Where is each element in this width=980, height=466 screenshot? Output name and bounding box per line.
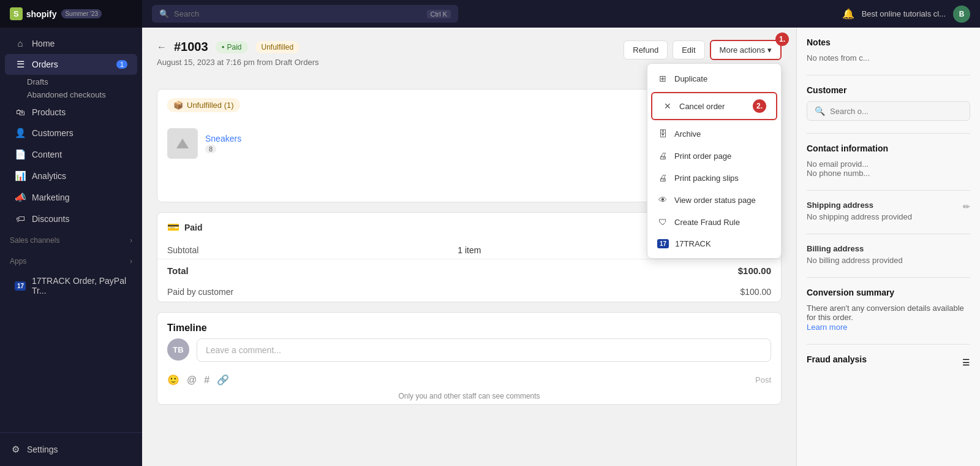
sidebar-label-products: Products xyxy=(32,107,66,117)
archive-label: Archive xyxy=(674,129,701,139)
archive-icon: 🗄 xyxy=(657,129,668,139)
comment-box[interactable]: Leave a comment... xyxy=(197,338,771,362)
customer-search[interactable]: 🔍 xyxy=(807,101,970,121)
paid-badge: Paid xyxy=(216,41,248,53)
dropdown-fraud-rule[interactable]: 🛡 Create Fraud Rule xyxy=(647,211,781,233)
discounts-icon: 🏷 xyxy=(15,213,26,224)
comment-placeholder: Leave a comment... xyxy=(206,345,281,355)
unfulfilled-badge: Unfulfilled xyxy=(255,41,300,53)
paid-amount: $100.00 xyxy=(740,287,771,297)
notes-value: No notes from c... xyxy=(807,53,970,63)
comment-toolbar: 🙂 @ # 🔗 Post xyxy=(157,369,781,388)
notification-bell-icon[interactable]: 🔔 xyxy=(842,8,854,20)
learn-more-link[interactable]: Learn more xyxy=(807,323,847,332)
dropdown-cancel[interactable]: ✕ Cancel order 2. xyxy=(652,93,776,119)
box-icon: 📦 xyxy=(173,101,183,110)
customer-section: Customer 🔍 xyxy=(807,85,970,121)
timeline-note: Only you and other staff can see comment… xyxy=(157,388,781,404)
conversion-text: There aren't any conversion details avai… xyxy=(807,304,970,322)
conversion-title: Conversion summary xyxy=(807,288,970,297)
shopify-logo: S shopify xyxy=(10,7,56,20)
products-icon: 🛍 xyxy=(15,107,26,117)
customer-title: Customer xyxy=(807,85,970,95)
timeline-card: Timeline TB Leave a comment... 🙂 @ # 🔗 P… xyxy=(157,312,782,405)
sidebar-label-discounts: Discounts xyxy=(32,214,69,224)
sidebar-label-analytics: Analytics xyxy=(32,171,66,181)
sidebar-footer: ⚙ Settings xyxy=(0,432,142,466)
product-variant: 8 xyxy=(205,145,216,153)
sidebar-item-customers[interactable]: 👤 Customers xyxy=(5,123,137,143)
sidebar-nav: ⌂ Home ☰ Orders 1 Drafts Abandoned check… xyxy=(0,28,142,432)
sidebar-item-abandoned[interactable]: Abandoned checkouts xyxy=(0,88,142,101)
link-icon[interactable]: 🔗 xyxy=(217,374,229,386)
dropdown-print-order[interactable]: 🖨 Print order page xyxy=(647,145,781,167)
sidebar-label-marketing: Marketing xyxy=(32,193,69,202)
comment-area: TB Leave a comment... xyxy=(157,338,781,369)
sales-channels-section: Sales channels › xyxy=(0,231,142,250)
more-actions-wrapper: More actions ▾ 1. ⊞ Duplicate xyxy=(710,40,782,60)
sidebar-label-orders: Orders xyxy=(32,59,58,69)
customer-search-icon: 🔍 xyxy=(815,106,825,116)
back-button[interactable]: ← xyxy=(157,42,167,53)
edit-button[interactable]: Edit xyxy=(673,40,704,59)
product-name[interactable]: Sneakers xyxy=(205,134,673,143)
sidebar-item-products[interactable]: 🛍 Products xyxy=(5,102,137,122)
sidebar-item-home[interactable]: ⌂ Home xyxy=(5,33,137,53)
total-amount: $100.00 xyxy=(738,265,771,276)
fraud-header: Fraud analysis ☰ xyxy=(807,354,970,370)
main-container: 🔍 Ctrl K 🔔 Best online tutorials cl... B… xyxy=(142,0,980,466)
step1-badge: 1. xyxy=(775,32,789,46)
home-icon: ⌂ xyxy=(15,38,26,48)
billing-value: No billing address provided xyxy=(807,256,970,265)
store-name: Best online tutorials cl... xyxy=(862,9,946,18)
notes-section: Notes No notes from c... xyxy=(807,37,970,63)
sidebar: S shopify Summer '23 ⌂ Home ☰ Orders 1 D… xyxy=(0,0,142,466)
sidebar-item-17track[interactable]: 17 17TRACK Order, PayPal Tr... xyxy=(5,271,137,300)
fraud-icon: 🛡 xyxy=(657,217,668,227)
dropdown-view-status[interactable]: 👁 View order status page xyxy=(647,189,781,211)
sidebar-item-content[interactable]: 📄 Content xyxy=(5,144,137,165)
contact-email: No email provid... xyxy=(807,159,970,169)
search-icon: 🔍 xyxy=(159,9,169,18)
fulfillment-badge: 📦 Unfulfilled (1) xyxy=(167,98,240,112)
view-status-icon: 👁 xyxy=(657,195,668,205)
shipping-edit-icon[interactable]: ✏ xyxy=(963,202,970,212)
search-bar[interactable]: 🔍 Ctrl K xyxy=(152,5,458,23)
view-status-label: View order status page xyxy=(674,196,756,205)
dropdown-archive[interactable]: 🗄 Archive xyxy=(647,123,781,145)
account-menu-icon[interactable]: B xyxy=(953,6,970,23)
refund-button[interactable]: Refund xyxy=(624,40,668,59)
print-icon: 🖨 xyxy=(657,151,668,161)
print-order-label: Print order page xyxy=(674,151,731,161)
main-content: ← #1003 Paid Unfulfilled August 15, 2023… xyxy=(142,28,796,466)
dropdown-duplicate[interactable]: ⊞ Duplicate xyxy=(647,67,781,90)
search-input[interactable] xyxy=(174,9,422,18)
sidebar-item-discounts[interactable]: 🏷 Discounts xyxy=(5,208,137,229)
tag-icon[interactable]: # xyxy=(204,375,209,386)
sidebar-item-analytics[interactable]: 📊 Analytics xyxy=(5,166,137,186)
more-actions-button[interactable]: More actions ▾ xyxy=(710,40,782,60)
mention-icon[interactable]: @ xyxy=(187,375,197,386)
emoji-icon[interactable]: 🙂 xyxy=(167,374,179,386)
customer-search-input[interactable] xyxy=(830,107,962,116)
print-packing-label: Print packing slips xyxy=(674,174,739,183)
order-meta: August 15, 2023 at 7:16 pm from Draft Or… xyxy=(157,58,318,67)
post-button[interactable]: Post xyxy=(755,375,771,384)
brand-name: shopify xyxy=(26,9,57,19)
contact-phone: No phone numb... xyxy=(807,169,970,178)
dropdown-17track[interactable]: 17 17TRACK xyxy=(647,233,781,254)
sidebar-header: S shopify Summer '23 xyxy=(0,0,142,28)
summer-badge: Summer '23 xyxy=(61,9,102,18)
paid-row: Paid by customer $100.00 xyxy=(157,282,781,302)
sidebar-item-settings[interactable]: ⚙ Settings xyxy=(10,440,132,459)
topbar-right: 🔔 Best online tutorials cl... B xyxy=(842,6,970,23)
contact-title: Contact information xyxy=(807,143,970,153)
17track-dropdown-icon: 17 xyxy=(657,239,669,248)
sidebar-item-orders[interactable]: ☰ Orders 1 xyxy=(5,54,137,75)
sidebar-item-marketing[interactable]: 📣 Marketing xyxy=(5,187,137,208)
sidebar-item-drafts[interactable]: Drafts xyxy=(0,75,142,88)
sidebar-label-content: Content xyxy=(32,150,62,159)
more-actions-label: More actions xyxy=(720,45,765,55)
search-shortcut: Ctrl K xyxy=(427,10,451,18)
dropdown-print-packing[interactable]: 🖨 Print packing slips xyxy=(647,167,781,189)
